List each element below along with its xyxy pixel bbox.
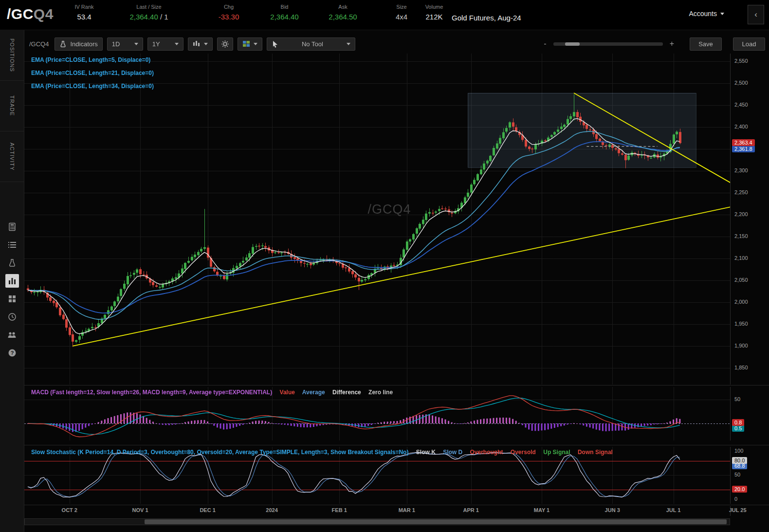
layout-grid-dropdown[interactable]: [238, 37, 262, 51]
stoch-legend-downsignal[interactable]: Down Signal: [578, 449, 613, 456]
price-tick-label: 2,550: [734, 58, 748, 64]
price-tick-label: 2,400: [734, 124, 748, 129]
timeframe-dropdown[interactable]: 1D: [107, 37, 143, 51]
ema-price-bubble: 2,361.8: [732, 146, 755, 152]
price-tick-label: 2,500: [734, 80, 748, 86]
pane-separator: [24, 385, 769, 385]
chart-settings-button[interactable]: [217, 37, 233, 51]
stoch-legend-slowd[interactable]: Slow D: [443, 449, 462, 456]
price-tick-label: 1,900: [734, 343, 748, 349]
zoom-out-button[interactable]: -: [541, 39, 549, 48]
symbol-suffix: Q4: [34, 6, 54, 22]
chevron-down-icon: [347, 43, 350, 45]
volume-label: Volume: [419, 4, 450, 10]
bid-value: 2,364.40: [259, 13, 310, 21]
save-button[interactable]: Save: [690, 37, 722, 51]
stoch-legend-oversold[interactable]: Oversold: [511, 449, 536, 456]
price-tick-label: 2,050: [734, 277, 748, 283]
zoom-in-button[interactable]: +: [667, 39, 677, 48]
beaker-icon[interactable]: [5, 256, 19, 270]
grid-icon[interactable]: [5, 292, 19, 306]
cursor-icon: [272, 40, 278, 48]
time-axis[interactable]: OCT 2NOV 1DEC 12024FEB 1MAR 1APR 1MAY 1J…: [24, 506, 769, 516]
ema-study-label-21[interactable]: EMA (Price=CLOSE, Length=21, Displace=0): [31, 70, 154, 76]
ask-field: Ask 2,364.50: [317, 4, 368, 21]
sidebar-tab-positions[interactable]: POSITIONS: [0, 30, 24, 81]
macd-study-label[interactable]: MACD (Fast length=12, Slow length=26, MA…: [31, 389, 272, 396]
last-price-bubble: 2,363.4: [732, 139, 755, 146]
ask-label: Ask: [317, 4, 368, 10]
beaker-icon: [59, 40, 67, 48]
toolbar-symbol: /GCQ4: [29, 40, 49, 48]
stoch-legend-upsignal[interactable]: Up Signal: [543, 449, 570, 456]
collapse-panel-button[interactable]: ‹: [748, 5, 764, 24]
last-size-label: Last / Size: [115, 4, 183, 10]
svg-text:?: ?: [10, 350, 14, 356]
chart-toolbar: /GCQ4 Indicators 1D 1Y: [29, 37, 765, 51]
chart-scrollbar[interactable]: [24, 518, 730, 525]
tool-value: No Tool: [302, 40, 323, 48]
community-icon[interactable]: [5, 328, 19, 342]
volume-value: 212K: [419, 13, 450, 21]
scrollbar-thumb[interactable]: [145, 519, 727, 524]
sidebar-tab-activity[interactable]: ACTIVITY: [0, 131, 24, 182]
sidebar-tab-trade[interactable]: TRADE: [0, 81, 24, 131]
chart-watermark: /GCQ4: [367, 202, 411, 217]
size-label: Size: [387, 4, 416, 10]
bid-label: Bid: [259, 4, 310, 10]
ema-study-label-34[interactable]: EMA (Price=CLOSE, Length=34, Displace=0): [31, 83, 154, 90]
stoch-axis[interactable]: 80.0 68.8 20.0 100500: [730, 447, 769, 504]
help-icon[interactable]: ?: [5, 346, 19, 360]
ask-value: 2,364.50: [317, 13, 368, 21]
macd-legend-zeroline[interactable]: Zero line: [368, 389, 393, 396]
time-tick-label: JUN 3: [605, 507, 620, 513]
macd-study-row: MACD (Fast length=12, Slow length=26, MA…: [31, 389, 399, 396]
load-button[interactable]: Load: [733, 37, 765, 51]
price-chart-canvas[interactable]: [24, 54, 730, 385]
size-field: Size 4x4: [387, 4, 416, 21]
time-tick-label: OCT 2: [62, 507, 77, 513]
trading-app: /GCQ4 IV Rank 53.4 Last / Size 2,364.40 …: [0, 0, 769, 532]
zoom-slider-thumb[interactable]: [565, 42, 580, 46]
indicators-label: Indicators: [70, 40, 97, 48]
bid-field: Bid 2,364.40: [259, 4, 310, 21]
volume-field: Volume 212K: [419, 4, 450, 21]
stoch-study-label[interactable]: Slow Stochastic (K Period=14, D Period=3…: [31, 449, 408, 456]
calculator-icon[interactable]: [5, 220, 19, 234]
clock-icon[interactable]: [5, 310, 19, 324]
accounts-label: Accounts: [689, 10, 717, 18]
stoch-legend-overbought[interactable]: Overbought: [470, 449, 503, 456]
price-tick-label: 2,100: [734, 255, 748, 261]
ema-study-label-5[interactable]: EMA (Price=CLOSE, Length=5, Displace=0): [31, 56, 150, 63]
zoom-slider[interactable]: [553, 42, 663, 46]
stoch-oversold-bubble: 20.0: [732, 486, 747, 493]
symbol-title: /GCQ4: [7, 6, 54, 22]
price-tick-label: 2,300: [734, 167, 748, 173]
price-tick-label: 2,200: [734, 211, 748, 217]
macd-legend-value[interactable]: Value: [280, 389, 295, 396]
chevron-down-icon: [720, 13, 724, 15]
stoch-study-row: Slow Stochastic (K Period=14, D Period=3…: [31, 449, 619, 456]
watchlist-icon[interactable]: [5, 238, 19, 252]
drawing-tool-dropdown[interactable]: No Tool: [267, 37, 355, 51]
chart-style-dropdown[interactable]: [188, 37, 213, 51]
stochastic-pane: Slow Stochastic (K Period=14, D Period=3…: [24, 447, 730, 504]
price-axis[interactable]: 2,363.4 2,361.8 2,5502,5002,4502,4002,35…: [730, 54, 769, 385]
stoch-legend-slowk[interactable]: Slow K: [416, 449, 436, 456]
macd-axis[interactable]: 0.8 0.5 500: [730, 387, 769, 440]
price-tick-label: 1,950: [734, 321, 748, 327]
stoch-k-bubble: 80.0: [732, 457, 747, 464]
iv-rank-label: IV Rank: [68, 4, 100, 10]
range-dropdown[interactable]: 1Y: [147, 37, 183, 51]
time-tick-label: DEC 1: [200, 507, 215, 513]
iv-rank-field: IV Rank 53.4: [68, 4, 100, 21]
macd-legend-average[interactable]: Average: [302, 389, 325, 396]
price-tick-label: 2,000: [734, 299, 748, 305]
indicators-button[interactable]: Indicators: [55, 37, 102, 51]
accounts-menu[interactable]: Accounts: [689, 10, 724, 18]
macd-legend-difference[interactable]: Difference: [332, 389, 361, 396]
chevron-down-icon: [134, 43, 138, 45]
chevron-down-icon: [175, 43, 179, 45]
chart-icon[interactable]: [5, 274, 19, 288]
stoch-tick-label: 50: [734, 472, 740, 477]
